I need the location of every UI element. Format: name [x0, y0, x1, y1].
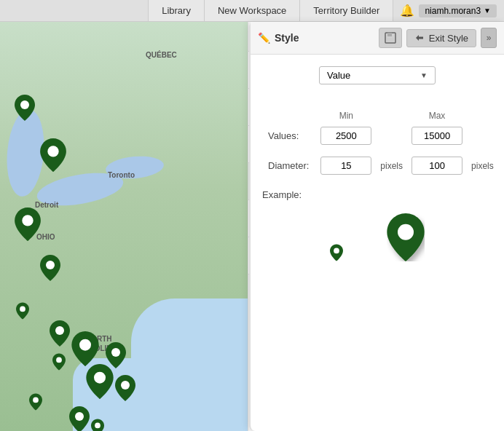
svg-rect-23 — [387, 33, 392, 36]
map-pin[interactable] — [69, 406, 90, 431]
max-diameter-input[interactable] — [412, 157, 462, 175]
map-pin[interactable] — [52, 353, 66, 373]
map-pin[interactable] — [29, 393, 42, 413]
style-panel-title: Style — [275, 32, 374, 44]
svg-point-5 — [55, 326, 64, 335]
value-dropdown[interactable]: Value ▼ — [319, 66, 436, 84]
svg-point-7 — [111, 348, 120, 357]
svg-point-4 — [20, 307, 25, 312]
map-pin[interactable] — [16, 302, 29, 322]
user-label: niamh.moran3 — [425, 6, 481, 16]
pixels-label-2: pixels — [468, 154, 497, 178]
main-area: QUÉBEC OHIO NORTH CAROLINA Toronto Detro… — [0, 22, 504, 431]
example-label: Example: — [262, 189, 492, 200]
min-header: Min — [315, 108, 377, 124]
style-panel-header: ✏️ Style Exit Style » — [251, 22, 504, 55]
svg-point-0 — [20, 100, 29, 109]
map-pin[interactable] — [50, 320, 70, 349]
exit-style-button[interactable]: Exit Style — [406, 29, 476, 47]
chevron-down-icon: ▼ — [484, 7, 491, 15]
map-pin[interactable] — [40, 138, 66, 174]
svg-point-10 — [121, 381, 130, 390]
map-pin[interactable] — [71, 331, 99, 368]
map-pin[interactable] — [40, 255, 60, 283]
pixels-label-1: pixels — [377, 154, 406, 178]
map-area: QUÉBEC OHIO NORTH CAROLINA Toronto Detro… — [0, 22, 248, 431]
map-pin[interactable] — [15, 95, 35, 123]
value-dropdown-arrow: ▼ — [420, 71, 428, 79]
nav-library[interactable]: Library — [148, 0, 205, 21]
svg-point-11 — [33, 398, 39, 403]
save-button[interactable] — [379, 28, 402, 48]
value-option: Value — [327, 70, 420, 81]
example-large-pin — [387, 213, 425, 261]
min-value-input[interactable] — [320, 127, 371, 145]
map-pin[interactable] — [115, 375, 135, 403]
svg-point-25 — [334, 248, 339, 254]
map-pin[interactable] — [15, 207, 41, 243]
style-panel: ✏️ Style Exit Style » Value ▼ — [249, 22, 504, 431]
map-pin[interactable] — [91, 419, 104, 431]
style-panel-body: Value ▼ Min Max Values: — [251, 55, 504, 431]
max-header: Max — [406, 108, 468, 124]
example-small-pin — [330, 244, 343, 261]
svg-point-2 — [22, 215, 33, 226]
example-section: Example: — [262, 189, 492, 276]
bell-icon[interactable]: 🔔 — [400, 4, 414, 17]
user-menu[interactable]: niamh.moran3 ▼ — [419, 4, 497, 17]
values-label: Values: — [262, 124, 315, 148]
max-value-input[interactable] — [412, 127, 462, 145]
map-pin[interactable] — [86, 364, 114, 401]
svg-point-3 — [46, 261, 55, 269]
min-diameter-input[interactable] — [320, 157, 371, 175]
top-navigation: Library New Workspace Territory Builder … — [0, 0, 504, 22]
svg-point-13 — [95, 423, 101, 429]
style-pencil-icon: ✏️ — [258, 32, 270, 44]
example-pins-display — [262, 206, 492, 276]
form-table: Min Max Values: Diameter: pixels — [262, 108, 497, 178]
expand-panel-button[interactable]: » — [481, 28, 497, 48]
nav-new-workspace[interactable]: New Workspace — [204, 0, 300, 21]
svg-point-6 — [79, 339, 91, 351]
diameter-label: Diameter: — [262, 154, 315, 178]
svg-point-12 — [75, 412, 84, 421]
nav-right-area: 🔔 niamh.moran3 ▼ — [393, 0, 504, 21]
svg-point-8 — [56, 357, 62, 363]
svg-point-9 — [94, 372, 106, 384]
exit-style-label: Exit Style — [429, 33, 468, 44]
nav-territory-builder[interactable]: Territory Builder — [299, 0, 393, 21]
svg-point-1 — [47, 146, 58, 157]
svg-rect-24 — [387, 38, 394, 41]
svg-point-26 — [398, 224, 414, 240]
